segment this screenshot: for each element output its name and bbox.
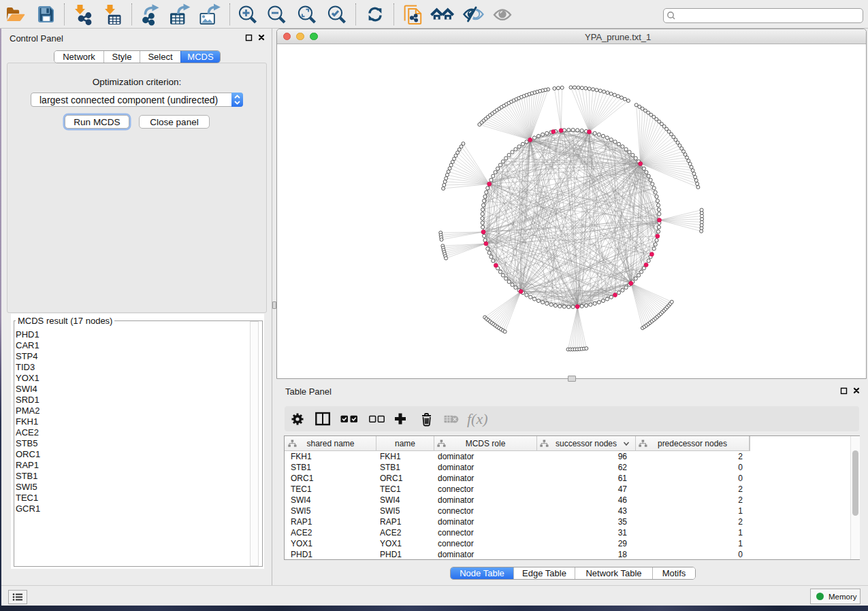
svg-text:f(x): f(x) <box>467 410 488 427</box>
